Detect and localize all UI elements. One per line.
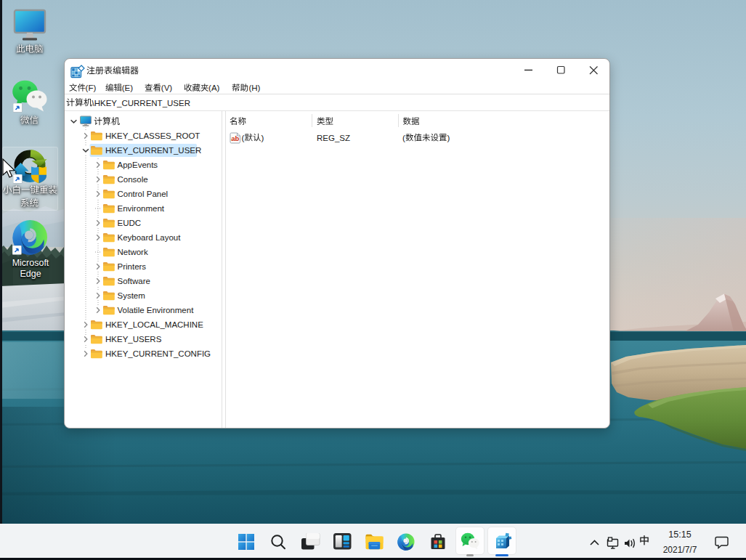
svg-text:HKEY_CURRENT_USER: HKEY_CURRENT_USER [105, 146, 201, 155]
svg-text:Keyboard Layout: Keyboard Layout [118, 233, 182, 242]
svg-text:ab: ab [231, 134, 239, 142]
svg-text:Control Panel: Control Panel [118, 190, 169, 198]
svg-text:REG_SZ: REG_SZ [317, 134, 350, 142]
svg-text:): ) [447, 134, 450, 142]
svg-text:): ) [261, 134, 264, 142]
svg-text:EUDC: EUDC [118, 219, 142, 227]
svg-text:System: System [118, 291, 145, 300]
svg-text:(: ( [402, 134, 405, 142]
svg-text:Software: Software [118, 277, 150, 285]
svg-text:Printers: Printers [118, 262, 147, 271]
svg-text:HKEY_USERS: HKEY_USERS [105, 335, 162, 344]
svg-text:Volatile Environment: Volatile Environment [118, 306, 195, 315]
svg-text:HKEY_LOCAL_MACHINE: HKEY_LOCAL_MACHINE [105, 320, 203, 329]
svg-text:HKEY_CURRENT_CONFIG: HKEY_CURRENT_CONFIG [105, 349, 211, 358]
svg-text:Network: Network [118, 248, 148, 256]
svg-text:HKEY_CLASSES_ROOT: HKEY_CLASSES_ROOT [105, 131, 200, 140]
svg-text:Environment: Environment [118, 204, 165, 213]
svg-text:AppEvents: AppEvents [118, 161, 158, 169]
svg-text:Console: Console [118, 175, 148, 184]
svg-text:(: ( [242, 134, 245, 142]
